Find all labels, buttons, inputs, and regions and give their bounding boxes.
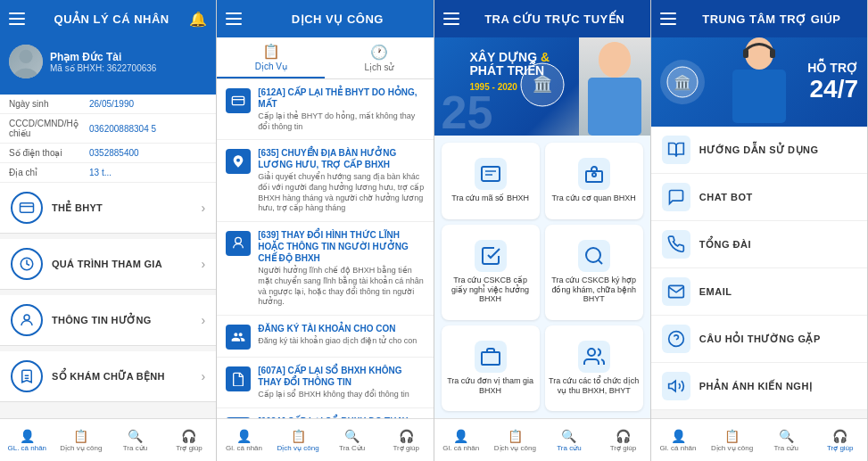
banner-logo: 🏛️ [520, 62, 565, 111]
lookup-cskcb-cap-giay[interactable]: Tra cứu CSKCB cấp giấy nghỉ việc hưởng B… [442, 225, 540, 320]
svg-point-18 [586, 248, 600, 262]
nav4-tro-giup[interactable]: 🎧 Trợ giúp [813, 419, 867, 461]
tab-history-icon: 🕐 [370, 44, 388, 61]
nav2-tra-cuu[interactable]: 🔍 Tra Cứu [325, 419, 379, 461]
svg-marker-29 [668, 381, 675, 391]
user-info-card: Phạm Đức Tài Mã số BHXH: 3622700636 [0, 37, 216, 95]
lookup-icon-2 [475, 240, 507, 272]
service-thay-doi-hinh-thuc[interactable]: [639] THAY ĐỔI HÌNH THỨC LĨNH HOẶC THÔNG… [217, 222, 433, 316]
tab-lich-su[interactable]: 🕐 Lịch sử [325, 37, 433, 78]
service-cap-lai-so-khong-thay-doi[interactable]: [607A] CẤP LẠI SỔ BHXH KHÔNG THAY ĐỔI TH… [217, 358, 433, 408]
panel4-title: TRUNG TÂM TRỢ GIÚP [685, 12, 858, 26]
help-item-chat-bot[interactable]: CHAT BOT [651, 174, 867, 221]
lookup-to-chuc[interactable]: Tra cứu các tổ chức dịch vụ thu BHXH, BH… [545, 325, 643, 411]
nav2-gl-ca-nhan[interactable]: 👤 Gl. cá nhân [217, 419, 271, 461]
panel-tra-cuu: TRA CỨU TRỰC TUYẾN 25 XÂY DỰNG & PHÁT TR… [434, 0, 651, 461]
lookup-icon-5 [578, 341, 610, 373]
nav-profile-icon: 👤 [20, 429, 35, 443]
lookup-ma-so-bhxh[interactable]: Tra cứu mã số BHXH [442, 143, 540, 219]
nav2-dich-vu-cong[interactable]: 📋 Dịch vụ công [271, 419, 326, 461]
nav4-dich-vu-cong[interactable]: 📋 Dịch vụ công [705, 419, 759, 461]
user-name: Phạm Đức Tài [50, 51, 156, 63]
help-item-email[interactable]: EMAIL [651, 268, 867, 316]
help-item-phan-anh[interactable]: PHẢN ÁNH KIẾN NGHỊ [651, 363, 867, 410]
nav3-dich-vu-cong[interactable]: 📋 Dịch vụ công [488, 419, 542, 461]
menu-item-qua-trinh[interactable]: QUÁ TRÌNH THAM GIA › [0, 239, 216, 290]
svg-text:🏛️: 🏛️ [533, 74, 553, 94]
panel3-bottom-nav: 👤 Gl. cá nhân 📋 Dịch vụ công 🔍 Tra cứu 🎧… [434, 418, 650, 461]
nav4-gl-ca-nhan[interactable]: 👤 Gl. cá nhân [651, 419, 706, 461]
hamburger-menu-4[interactable] [660, 12, 676, 25]
nav4-help-icon: 🎧 [832, 429, 847, 443]
lookup-icon-1 [578, 158, 610, 190]
help-icon-email [662, 277, 690, 306]
nav4-tra-cuu[interactable]: 🔍 Tra cứu [759, 419, 814, 461]
service-content-3: ĐĂNG KÝ TÀI KHOẢN CHO CON Đăng ký tài kh… [258, 323, 424, 347]
service-dang-ky-con[interactable]: ĐĂNG KÝ TÀI KHOẢN CHO CON Đăng ký tài kh… [217, 316, 433, 358]
service-cap-lai-so-thay-doi[interactable]: [608A] CẤP LẠI SỔ BHXH DO THAY ĐỔI THÔNG… [217, 408, 433, 418]
tab-dich-vu[interactable]: 📋 Dịch Vụ [217, 37, 325, 78]
lookup-icon-4 [475, 341, 507, 373]
nav-tra-cuu[interactable]: 🔍 Tra cứu [108, 419, 162, 461]
nav2-profile-icon: 👤 [236, 429, 252, 443]
nav3-gl-ca-nhan[interactable]: 👤 Gl. cá nhân [434, 419, 489, 461]
nav3-tro-giup[interactable]: 🎧 Trợ giúp [596, 419, 650, 461]
service-icon-2 [226, 231, 251, 256]
bell-icon[interactable]: 🔔 [189, 11, 207, 28]
lookup-don-vi[interactable]: Tra cứu đơn vị tham gia BHXH [442, 325, 540, 411]
svg-text:🏛️: 🏛️ [674, 74, 691, 91]
hamburger-menu-3[interactable] [443, 12, 459, 25]
panel2-title: DỊCH VỤ CÔNG [251, 12, 424, 26]
svg-point-5 [24, 315, 29, 320]
nav-gl-ca-nhan[interactable]: 👤 GL. cá nhân [0, 419, 54, 461]
svg-point-12 [599, 42, 631, 78]
service-chuyen-dia-ban[interactable]: [635] CHUYỂN ĐỊA BÀN HƯỞNG LƯƠNG HƯU, TR… [217, 140, 433, 222]
menu-item-thong-tin[interactable]: THÔNG TIN HƯỞNG › [0, 295, 216, 346]
panel1-header: QUẢN LÝ CÁ NHÂN 🔔 [0, 0, 216, 37]
qua-trinh-icon-circle [11, 248, 43, 280]
panel4-bottom-nav: 👤 Gl. cá nhân 📋 Dịch vụ công 🔍 Tra cứu 🎧… [651, 418, 867, 461]
banner-number: 25 [442, 89, 493, 136]
avatar-image [9, 45, 43, 78]
help-item-huong-dan[interactable]: HƯỚNG DẪN SỬ DỤNG [651, 127, 867, 174]
panel4-header: TRUNG TÂM TRỢ GIÚP [651, 0, 867, 37]
lookup-cskcb-ky-hop-dong[interactable]: Tra cứu CSKCB ký hợp đồng khám, chữa bện… [545, 225, 643, 320]
nav4-service-icon: 📋 [724, 429, 740, 443]
menu-item-the-bhyt[interactable]: THẺ BHYT › [0, 183, 216, 234]
field-phone: Số điện thoại 0352885400 [0, 144, 216, 163]
svg-rect-6 [233, 96, 244, 104]
lookup-co-quan-bhxh[interactable]: Tra cứu cơ quan BHXH [545, 143, 643, 219]
service-cap-lai-bhyt[interactable]: [612A] CẤP LẠI THẺ BHYT DO HỎNG, MẤT Cấp… [217, 79, 433, 140]
nav2-tro-giup[interactable]: 🎧 Trợ giúp [379, 419, 434, 461]
menu-item-so-kham[interactable]: SỔ KHÁM CHỮA BỆNH › [0, 351, 216, 402]
svg-rect-11 [588, 78, 641, 136]
hamburger-menu[interactable] [9, 12, 25, 25]
nav-service-icon: 📋 [73, 429, 88, 443]
panel-quan-ly-ca-nhan: QUẢN LÝ CÁ NHÂN 🔔 Phạm Đức Tài Mã số BHX… [0, 0, 217, 461]
svg-rect-24 [732, 70, 786, 123]
nav-tro-giup[interactable]: 🎧 Trợ giúp [162, 419, 217, 461]
help-item-tong-dai[interactable]: TỔNG ĐÀI [651, 221, 867, 268]
user-id: Mã số BHXH: 3622700636 [50, 63, 156, 73]
help-text: HỖ TRỢ 24/7 [807, 61, 858, 103]
nav3-service-icon: 📋 [508, 429, 523, 443]
svg-rect-13 [482, 167, 500, 181]
field-ngay-sinh: Ngày sinh 26/05/1990 [0, 95, 216, 114]
nav-dich-vu-cong[interactable]: 📋 Dịch vụ công [54, 419, 109, 461]
service-icon-4 [226, 366, 251, 391]
svg-point-20 [588, 349, 595, 356]
help-icon-cau-hoi [662, 325, 690, 353]
help-icon-tong-dai [662, 230, 690, 259]
svg-rect-19 [482, 352, 500, 365]
lookup-icon-3 [578, 240, 610, 272]
help-logo: 🏛️ [660, 60, 705, 104]
hamburger-menu-2[interactable] [226, 12, 242, 25]
service-content-4: [607A] CẤP LẠI SỔ BHXH KHÔNG THAY ĐỔI TH… [258, 365, 424, 400]
chevron-icon: › [202, 257, 206, 271]
thong-tin-label: THÔNG TIN HƯỞNG [52, 315, 202, 326]
nav3-tra-cuu[interactable]: 🔍 Tra cứu [542, 419, 597, 461]
help-item-cau-hoi[interactable]: CÂU HỎI THƯỜNG GẶP [651, 316, 867, 363]
svg-rect-2 [21, 203, 34, 213]
panel1-title: QUẢN LÝ CÁ NHÂN [34, 12, 189, 26]
field-address: Địa chỉ 13 t... [0, 163, 216, 183]
